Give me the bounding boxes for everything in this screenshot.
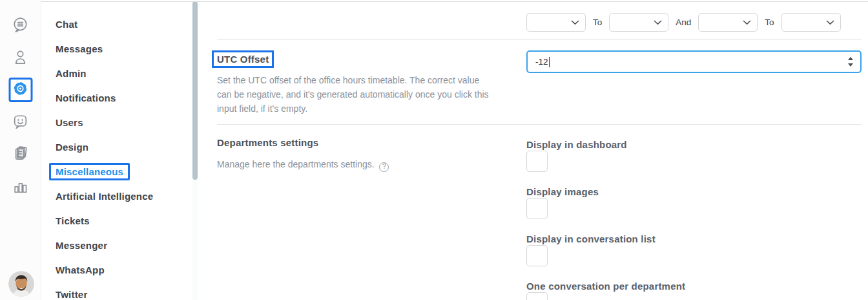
- text-caret: [549, 57, 550, 67]
- sidebar-item-label: Artificial Intelligence: [56, 191, 153, 202]
- sidebar-item-chat[interactable]: Chat: [42, 12, 192, 36]
- hours-select-4[interactable]: [781, 13, 841, 32]
- hours-select-2[interactable]: [609, 13, 668, 32]
- sidebar-item-label-active: Miscellaneous: [49, 163, 130, 180]
- sidebar-item-miscellaneous[interactable]: Miscellaneous: [42, 159, 192, 184]
- sidebar-item-messenger[interactable]: Messenger: [42, 233, 192, 257]
- sidebar-item-whatsapp[interactable]: WhatsApp: [42, 257, 192, 282]
- comments-icon[interactable]: [12, 16, 30, 34]
- sidebar-item-label: Notifications: [56, 92, 116, 103]
- settings-content: To And To UTC Offset Set the UTC offset …: [198, 0, 868, 300]
- select-separator: To: [593, 17, 602, 27]
- office-hours-row: To And To: [217, 0, 862, 40]
- sidebar-item-label: Design: [56, 142, 88, 153]
- sidebar-item-label: Messenger: [56, 240, 107, 251]
- menu-scrollbar-thumb[interactable]: [192, 1, 198, 180]
- sidebar-item-messages[interactable]: Messages: [42, 36, 192, 61]
- hours-select-1[interactable]: [526, 13, 586, 32]
- sidebar-item-label: Tickets: [56, 215, 90, 226]
- utc-offset-value: -12: [535, 57, 548, 67]
- display-in-dashboard-checkbox[interactable]: [526, 151, 548, 172]
- help-icon[interactable]: ?: [379, 162, 389, 172]
- bar-chart-icon[interactable]: [12, 177, 30, 195]
- settings-page: Chat Messages Admin Notifications Users …: [0, 0, 868, 300]
- select-separator: To: [765, 17, 774, 27]
- select-separator: And: [676, 17, 691, 27]
- display-in-conversation-list-checkbox[interactable]: [526, 245, 548, 266]
- user-icon[interactable]: [12, 48, 30, 66]
- sidebar-item-label: Twitter: [56, 289, 87, 300]
- header-divider: [41, 1, 868, 2]
- sidebar-item-label: Chat: [56, 19, 78, 30]
- sidebar-item-twitter[interactable]: Twitter: [42, 282, 192, 300]
- spinner-down-icon[interactable]: [848, 63, 853, 67]
- menu-scrollbar-track[interactable]: [192, 0, 198, 300]
- utc-offset-description: Set the UTC offset of the office hours t…: [217, 73, 491, 116]
- one-conversation-per-department-checkbox[interactable]: [526, 292, 548, 300]
- sidebar-item-tickets[interactable]: Tickets: [42, 208, 192, 233]
- option-one-conversation-per-department: One conversation per department: [526, 281, 862, 300]
- checkbox-label: Display in conversation list: [526, 233, 862, 245]
- display-images-checkbox[interactable]: [526, 198, 548, 219]
- option-display-in-dashboard: Display in dashboard: [526, 139, 862, 172]
- icon-rail: [0, 0, 41, 300]
- utc-offset-row: UTC Offset Set the UTC offset of the off…: [217, 40, 862, 125]
- sidebar-item-artificial-intelligence[interactable]: Artificial Intelligence: [42, 184, 192, 208]
- utc-offset-title-highlight: UTC Offset: [212, 50, 274, 68]
- departments-description: Manage here the departments settings. ?: [217, 157, 491, 172]
- gear-icon: [12, 80, 29, 100]
- gear-icon-active-highlight[interactable]: [8, 78, 32, 102]
- hours-select-3[interactable]: [698, 13, 758, 32]
- option-display-images: Display images: [526, 186, 862, 219]
- feedback-smiley-icon[interactable]: [12, 112, 30, 131]
- number-spinner[interactable]: [845, 52, 856, 72]
- option-display-in-conversation-list: Display in conversation list: [526, 233, 862, 266]
- departments-row: Departments settings Manage here the dep…: [217, 125, 862, 300]
- checkbox-label: Display in dashboard: [526, 139, 862, 151]
- checkbox-label: Display images: [526, 186, 862, 198]
- sidebar-item-notifications[interactable]: Notifications: [42, 85, 192, 110]
- office-hours-selects: To And To: [526, 0, 862, 39]
- settings-menu: Chat Messages Admin Notifications Users …: [42, 0, 192, 300]
- sidebar-item-label: WhatsApp: [56, 264, 105, 275]
- sidebar-item-admin[interactable]: Admin: [42, 61, 192, 85]
- checkbox-label: One conversation per department: [526, 281, 862, 292]
- sidebar-item-label: Messages: [56, 43, 103, 54]
- documents-icon[interactable]: [12, 144, 30, 162]
- sidebar-item-users[interactable]: Users: [42, 110, 192, 134]
- utc-offset-input[interactable]: -12: [526, 50, 862, 73]
- spinner-up-icon[interactable]: [848, 57, 853, 60]
- user-avatar[interactable]: [8, 271, 34, 297]
- sidebar-item-label: Admin: [56, 68, 87, 79]
- sidebar-item-label: Users: [56, 117, 83, 128]
- departments-title: Departments settings: [217, 137, 526, 149]
- sidebar-item-design[interactable]: Design: [42, 134, 192, 159]
